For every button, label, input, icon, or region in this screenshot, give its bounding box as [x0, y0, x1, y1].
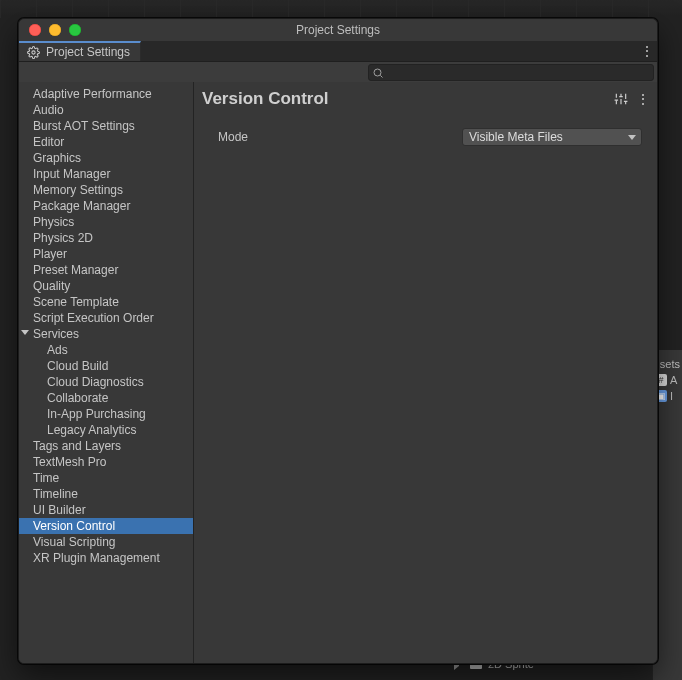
sidebar-item-legacy-analytics[interactable]: Legacy Analytics	[19, 422, 193, 438]
sidebar-item-visual-scripting[interactable]: Visual Scripting	[19, 534, 193, 550]
sidebar-item-label: Physics 2D	[33, 231, 93, 245]
kebab-icon: ⋮	[640, 43, 654, 59]
panel-header: Version Control ⋮	[194, 82, 657, 114]
window-close-button[interactable]	[29, 24, 41, 36]
foldout-icon[interactable]	[21, 330, 29, 335]
sidebar-item-label: XR Plugin Management	[33, 551, 160, 565]
sidebar-item-label: Input Manager	[33, 167, 110, 181]
sidebar-item-label: Memory Settings	[33, 183, 123, 197]
gear-icon	[27, 46, 40, 59]
panel-body: Mode Visible Meta Files	[194, 114, 657, 154]
sidebar-item-collaborate[interactable]: Collaborate	[19, 390, 193, 406]
settings-search-bar	[19, 62, 657, 82]
panel-menu-button[interactable]: ⋮	[635, 91, 651, 107]
field-mode-label: Mode	[218, 130, 462, 144]
sidebar-item-version-control[interactable]: Version Control	[19, 518, 193, 534]
bg-timeline-ruler	[0, 0, 682, 18]
sidebar-item-script-execution-order[interactable]: Script Execution Order	[19, 310, 193, 326]
sidebar-item-label: Cloud Diagnostics	[47, 375, 144, 389]
sidebar-item-memory-settings[interactable]: Memory Settings	[19, 182, 193, 198]
sidebar-item-ui-builder[interactable]: UI Builder	[19, 502, 193, 518]
settings-preset-button[interactable]	[613, 91, 629, 107]
sidebar-item-label: Graphics	[33, 151, 81, 165]
sidebar-item-time[interactable]: Time	[19, 470, 193, 486]
sidebar-item-label: Package Manager	[33, 199, 130, 213]
search-icon	[372, 67, 384, 79]
sidebar-item-physics-2d[interactable]: Physics 2D	[19, 230, 193, 246]
sidebar-item-label: Burst AOT Settings	[33, 119, 135, 133]
field-mode: Mode Visible Meta Files	[218, 128, 649, 146]
sidebar-item-cloud-diagnostics[interactable]: Cloud Diagnostics	[19, 374, 193, 390]
chevron-down-icon	[628, 135, 636, 140]
sidebar-item-textmesh-pro[interactable]: TextMesh Pro	[19, 454, 193, 470]
window-traffic-lights	[19, 24, 81, 36]
sidebar-item-physics[interactable]: Physics	[19, 214, 193, 230]
sidebar-item-label: Scene Template	[33, 295, 119, 309]
sidebar-item-tags-and-layers[interactable]: Tags and Layers	[19, 438, 193, 454]
content-area: Adaptive PerformanceAudioBurst AOT Setti…	[19, 82, 657, 663]
panel-title: Version Control	[202, 89, 329, 109]
window-zoom-button[interactable]	[69, 24, 81, 36]
svg-point-1	[374, 69, 381, 76]
sidebar-item-services[interactable]: Services	[19, 326, 193, 342]
sidebar-item-label: Ads	[47, 343, 68, 357]
sidebar-item-in-app-purchasing[interactable]: In-App Purchasing	[19, 406, 193, 422]
sliders-icon	[614, 92, 628, 106]
sidebar-item-timeline[interactable]: Timeline	[19, 486, 193, 502]
sidebar-item-label: Services	[33, 327, 79, 341]
sidebar-item-quality[interactable]: Quality	[19, 278, 193, 294]
sidebar-item-xr-plugin-management[interactable]: XR Plugin Management	[19, 550, 193, 566]
kebab-icon: ⋮	[636, 91, 650, 107]
sidebar-item-label: TextMesh Pro	[33, 455, 106, 469]
sidebar-item-scene-template[interactable]: Scene Template	[19, 294, 193, 310]
dock-menu-button[interactable]: ⋮	[637, 41, 657, 61]
sidebar-item-input-manager[interactable]: Input Manager	[19, 166, 193, 182]
sidebar-item-player[interactable]: Player	[19, 246, 193, 262]
sidebar-item-label: Preset Manager	[33, 263, 118, 277]
sidebar-item-label: UI Builder	[33, 503, 86, 517]
settings-search-input[interactable]	[387, 66, 649, 78]
field-mode-value: Visible Meta Files	[469, 130, 563, 144]
sidebar-item-burst-aot-settings[interactable]: Burst AOT Settings	[19, 118, 193, 134]
sidebar-item-label: Collaborate	[47, 391, 108, 405]
sidebar-item-label: Physics	[33, 215, 74, 229]
svg-line-2	[380, 75, 382, 77]
sidebar-item-cloud-build[interactable]: Cloud Build	[19, 358, 193, 374]
sidebar-item-audio[interactable]: Audio	[19, 102, 193, 118]
settings-panel: Version Control ⋮	[194, 82, 657, 663]
dock-row: Project Settings ⋮	[19, 41, 657, 62]
project-settings-window: Project Settings Project Settings ⋮	[18, 18, 658, 664]
sidebar-item-label: Quality	[33, 279, 70, 293]
tab-label: Project Settings	[46, 45, 130, 59]
sidebar-item-label: Adaptive Performance	[33, 87, 152, 101]
sidebar-item-graphics[interactable]: Graphics	[19, 150, 193, 166]
sidebar-item-label: Editor	[33, 135, 64, 149]
sidebar-item-label: Cloud Build	[47, 359, 108, 373]
sidebar-item-preset-manager[interactable]: Preset Manager	[19, 262, 193, 278]
field-mode-dropdown[interactable]: Visible Meta Files	[462, 128, 642, 146]
sidebar-item-editor[interactable]: Editor	[19, 134, 193, 150]
settings-category-list[interactable]: Adaptive PerformanceAudioBurst AOT Setti…	[19, 82, 194, 663]
window-titlebar[interactable]: Project Settings	[19, 19, 657, 41]
sidebar-item-label: Time	[33, 471, 59, 485]
sidebar-item-label: Timeline	[33, 487, 78, 501]
tab-project-settings[interactable]: Project Settings	[19, 41, 141, 61]
sidebar-item-package-manager[interactable]: Package Manager	[19, 198, 193, 214]
sidebar-item-label: In-App Purchasing	[47, 407, 146, 421]
sidebar-item-label: Visual Scripting	[33, 535, 116, 549]
sidebar-item-label: Audio	[33, 103, 64, 117]
sidebar-item-label: Tags and Layers	[33, 439, 121, 453]
sidebar-item-label: Legacy Analytics	[47, 423, 136, 437]
sidebar-item-adaptive-performance[interactable]: Adaptive Performance	[19, 86, 193, 102]
sidebar-item-label: Script Execution Order	[33, 311, 154, 325]
sidebar-item-label: Player	[33, 247, 67, 261]
sidebar-item-label: Version Control	[33, 519, 115, 533]
svg-point-0	[32, 50, 35, 53]
window-minimize-button[interactable]	[49, 24, 61, 36]
window-title: Project Settings	[19, 23, 657, 37]
sidebar-item-ads[interactable]: Ads	[19, 342, 193, 358]
settings-search-box[interactable]	[368, 64, 654, 81]
